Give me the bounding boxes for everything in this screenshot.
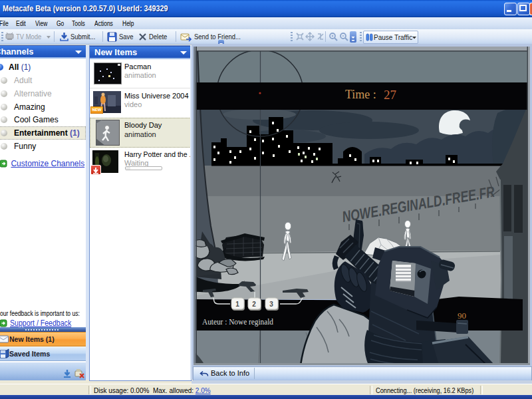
svg-text:1: 1 [235, 301, 239, 308]
svg-text:Time :: Time : [345, 88, 376, 101]
svg-text:2: 2 [252, 301, 256, 308]
svg-text:90: 90 [458, 311, 466, 321]
svg-text:3: 3 [269, 301, 273, 308]
svg-text:Auteur : Nowe reginald: Auteur : Nowe reginald [202, 317, 274, 327]
svg-text:27: 27 [384, 88, 396, 102]
